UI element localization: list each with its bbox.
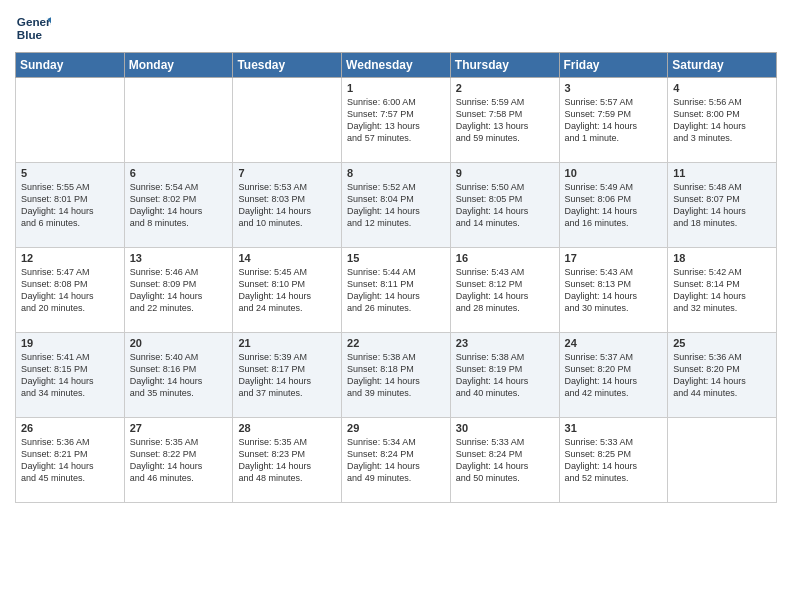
day-info: Sunrise: 5:43 AM Sunset: 8:13 PM Dayligh…	[565, 266, 663, 315]
calendar-cell: 28Sunrise: 5:35 AM Sunset: 8:23 PM Dayli…	[233, 418, 342, 503]
logo-icon: General Blue	[15, 10, 51, 46]
day-number: 10	[565, 167, 663, 179]
calendar-cell: 30Sunrise: 5:33 AM Sunset: 8:24 PM Dayli…	[450, 418, 559, 503]
day-info: Sunrise: 5:42 AM Sunset: 8:14 PM Dayligh…	[673, 266, 771, 315]
day-number: 30	[456, 422, 554, 434]
calendar-cell: 21Sunrise: 5:39 AM Sunset: 8:17 PM Dayli…	[233, 333, 342, 418]
day-info: Sunrise: 5:35 AM Sunset: 8:22 PM Dayligh…	[130, 436, 228, 485]
day-header-sunday: Sunday	[16, 53, 125, 78]
day-header-friday: Friday	[559, 53, 668, 78]
day-number: 3	[565, 82, 663, 94]
day-info: Sunrise: 5:44 AM Sunset: 8:11 PM Dayligh…	[347, 266, 445, 315]
day-info: Sunrise: 5:53 AM Sunset: 8:03 PM Dayligh…	[238, 181, 336, 230]
calendar-header-row: SundayMondayTuesdayWednesdayThursdayFrid…	[16, 53, 777, 78]
day-info: Sunrise: 5:41 AM Sunset: 8:15 PM Dayligh…	[21, 351, 119, 400]
day-info: Sunrise: 5:40 AM Sunset: 8:16 PM Dayligh…	[130, 351, 228, 400]
calendar-cell: 15Sunrise: 5:44 AM Sunset: 8:11 PM Dayli…	[342, 248, 451, 333]
day-number: 6	[130, 167, 228, 179]
calendar-cell: 6Sunrise: 5:54 AM Sunset: 8:02 PM Daylig…	[124, 163, 233, 248]
day-number: 19	[21, 337, 119, 349]
day-header-tuesday: Tuesday	[233, 53, 342, 78]
day-header-monday: Monday	[124, 53, 233, 78]
day-info: Sunrise: 5:33 AM Sunset: 8:25 PM Dayligh…	[565, 436, 663, 485]
day-header-wednesday: Wednesday	[342, 53, 451, 78]
day-info: Sunrise: 5:34 AM Sunset: 8:24 PM Dayligh…	[347, 436, 445, 485]
calendar-cell: 2Sunrise: 5:59 AM Sunset: 7:58 PM Daylig…	[450, 78, 559, 163]
page-header: General Blue	[15, 10, 777, 46]
day-number: 24	[565, 337, 663, 349]
calendar-cell: 1Sunrise: 6:00 AM Sunset: 7:57 PM Daylig…	[342, 78, 451, 163]
day-info: Sunrise: 5:47 AM Sunset: 8:08 PM Dayligh…	[21, 266, 119, 315]
calendar-cell: 18Sunrise: 5:42 AM Sunset: 8:14 PM Dayli…	[668, 248, 777, 333]
day-number: 7	[238, 167, 336, 179]
day-info: Sunrise: 5:49 AM Sunset: 8:06 PM Dayligh…	[565, 181, 663, 230]
day-info: Sunrise: 5:48 AM Sunset: 8:07 PM Dayligh…	[673, 181, 771, 230]
calendar-cell: 14Sunrise: 5:45 AM Sunset: 8:10 PM Dayli…	[233, 248, 342, 333]
week-row-4: 19Sunrise: 5:41 AM Sunset: 8:15 PM Dayli…	[16, 333, 777, 418]
calendar-cell: 26Sunrise: 5:36 AM Sunset: 8:21 PM Dayli…	[16, 418, 125, 503]
calendar-cell: 12Sunrise: 5:47 AM Sunset: 8:08 PM Dayli…	[16, 248, 125, 333]
calendar-cell: 11Sunrise: 5:48 AM Sunset: 8:07 PM Dayli…	[668, 163, 777, 248]
day-number: 8	[347, 167, 445, 179]
day-info: Sunrise: 5:43 AM Sunset: 8:12 PM Dayligh…	[456, 266, 554, 315]
calendar-cell: 24Sunrise: 5:37 AM Sunset: 8:20 PM Dayli…	[559, 333, 668, 418]
day-info: Sunrise: 5:36 AM Sunset: 8:20 PM Dayligh…	[673, 351, 771, 400]
day-number: 1	[347, 82, 445, 94]
day-number: 16	[456, 252, 554, 264]
calendar-cell: 8Sunrise: 5:52 AM Sunset: 8:04 PM Daylig…	[342, 163, 451, 248]
logo: General Blue	[15, 10, 55, 46]
day-info: Sunrise: 5:56 AM Sunset: 8:00 PM Dayligh…	[673, 96, 771, 145]
day-number: 31	[565, 422, 663, 434]
week-row-2: 5Sunrise: 5:55 AM Sunset: 8:01 PM Daylig…	[16, 163, 777, 248]
day-info: Sunrise: 5:45 AM Sunset: 8:10 PM Dayligh…	[238, 266, 336, 315]
day-info: Sunrise: 5:33 AM Sunset: 8:24 PM Dayligh…	[456, 436, 554, 485]
calendar-cell: 13Sunrise: 5:46 AM Sunset: 8:09 PM Dayli…	[124, 248, 233, 333]
calendar-cell: 27Sunrise: 5:35 AM Sunset: 8:22 PM Dayli…	[124, 418, 233, 503]
day-info: Sunrise: 5:59 AM Sunset: 7:58 PM Dayligh…	[456, 96, 554, 145]
day-info: Sunrise: 5:46 AM Sunset: 8:09 PM Dayligh…	[130, 266, 228, 315]
calendar-cell	[668, 418, 777, 503]
day-number: 15	[347, 252, 445, 264]
day-header-thursday: Thursday	[450, 53, 559, 78]
week-row-5: 26Sunrise: 5:36 AM Sunset: 8:21 PM Dayli…	[16, 418, 777, 503]
day-info: Sunrise: 5:39 AM Sunset: 8:17 PM Dayligh…	[238, 351, 336, 400]
day-number: 14	[238, 252, 336, 264]
day-number: 23	[456, 337, 554, 349]
day-number: 20	[130, 337, 228, 349]
day-number: 25	[673, 337, 771, 349]
calendar-cell: 22Sunrise: 5:38 AM Sunset: 8:18 PM Dayli…	[342, 333, 451, 418]
day-info: Sunrise: 5:50 AM Sunset: 8:05 PM Dayligh…	[456, 181, 554, 230]
calendar-cell: 4Sunrise: 5:56 AM Sunset: 8:00 PM Daylig…	[668, 78, 777, 163]
day-info: Sunrise: 5:38 AM Sunset: 8:18 PM Dayligh…	[347, 351, 445, 400]
calendar-cell: 10Sunrise: 5:49 AM Sunset: 8:06 PM Dayli…	[559, 163, 668, 248]
day-number: 26	[21, 422, 119, 434]
calendar-cell: 3Sunrise: 5:57 AM Sunset: 7:59 PM Daylig…	[559, 78, 668, 163]
day-info: Sunrise: 5:55 AM Sunset: 8:01 PM Dayligh…	[21, 181, 119, 230]
calendar-cell: 23Sunrise: 5:38 AM Sunset: 8:19 PM Dayli…	[450, 333, 559, 418]
day-header-saturday: Saturday	[668, 53, 777, 78]
calendar-cell: 9Sunrise: 5:50 AM Sunset: 8:05 PM Daylig…	[450, 163, 559, 248]
day-number: 2	[456, 82, 554, 94]
calendar-cell: 17Sunrise: 5:43 AM Sunset: 8:13 PM Dayli…	[559, 248, 668, 333]
calendar-cell: 20Sunrise: 5:40 AM Sunset: 8:16 PM Dayli…	[124, 333, 233, 418]
day-number: 11	[673, 167, 771, 179]
svg-text:General: General	[17, 15, 51, 28]
calendar-cell: 29Sunrise: 5:34 AM Sunset: 8:24 PM Dayli…	[342, 418, 451, 503]
week-row-1: 1Sunrise: 6:00 AM Sunset: 7:57 PM Daylig…	[16, 78, 777, 163]
day-number: 29	[347, 422, 445, 434]
calendar-cell: 16Sunrise: 5:43 AM Sunset: 8:12 PM Dayli…	[450, 248, 559, 333]
day-number: 13	[130, 252, 228, 264]
calendar-cell	[233, 78, 342, 163]
calendar-cell: 31Sunrise: 5:33 AM Sunset: 8:25 PM Dayli…	[559, 418, 668, 503]
day-number: 27	[130, 422, 228, 434]
day-number: 9	[456, 167, 554, 179]
calendar-cell: 7Sunrise: 5:53 AM Sunset: 8:03 PM Daylig…	[233, 163, 342, 248]
calendar-table: SundayMondayTuesdayWednesdayThursdayFrid…	[15, 52, 777, 503]
calendar-cell	[16, 78, 125, 163]
day-number: 5	[21, 167, 119, 179]
calendar-cell: 5Sunrise: 5:55 AM Sunset: 8:01 PM Daylig…	[16, 163, 125, 248]
day-info: Sunrise: 5:35 AM Sunset: 8:23 PM Dayligh…	[238, 436, 336, 485]
day-info: Sunrise: 5:57 AM Sunset: 7:59 PM Dayligh…	[565, 96, 663, 145]
day-info: Sunrise: 5:38 AM Sunset: 8:19 PM Dayligh…	[456, 351, 554, 400]
day-number: 28	[238, 422, 336, 434]
